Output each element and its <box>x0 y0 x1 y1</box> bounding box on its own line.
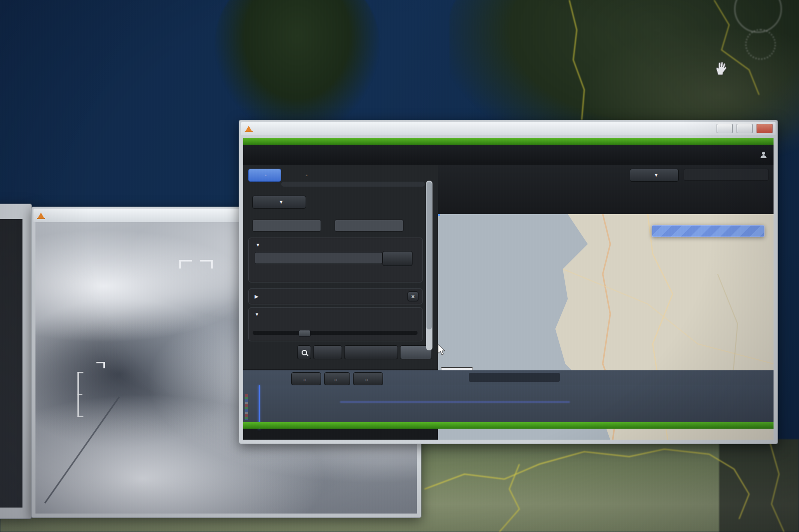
data-types-header[interactable]: ▼ <box>256 241 260 248</box>
minimize-button[interactable] <box>717 124 733 133</box>
hud-scale-tick <box>77 372 83 373</box>
panel-scrollbar-thumb[interactable] <box>426 182 432 329</box>
timeline-chart[interactable] <box>243 385 774 423</box>
contrail-line <box>44 396 120 504</box>
close-button[interactable] <box>757 124 773 133</box>
panel-scroll-top-decor <box>281 182 425 187</box>
search-panel: ▫ ▫ ▼ ▼ <box>243 165 438 369</box>
arrows-icon: ↔ <box>334 376 339 382</box>
reset-button[interactable] <box>313 345 342 359</box>
sliver-content <box>0 219 22 508</box>
plugfest-window[interactable]: ▫ ▫ ▼ ▼ <box>239 120 778 444</box>
classification-banner-bottom <box>243 422 774 429</box>
activity-baseline <box>340 401 570 403</box>
hud-scale-tick <box>77 416 83 417</box>
panel-tab-search[interactable]: ▫ <box>248 169 281 182</box>
vlc-icon <box>37 213 44 219</box>
background-window-sliver[interactable] <box>0 204 32 519</box>
plugfest-titlebar[interactable] <box>241 122 776 135</box>
popout-icon: ▫ <box>306 173 308 178</box>
date-range-dropdown[interactable]: ▼ <box>252 196 306 209</box>
es-reports-close-button[interactable]: × <box>407 291 418 301</box>
timeline-toi-button[interactable]: ↔ <box>324 372 350 385</box>
clear-and-search-button[interactable] <box>344 345 398 359</box>
panel-scrollbar[interactable] <box>426 181 432 350</box>
es-reports-section[interactable]: ▶ × <box>248 288 423 304</box>
maximize-button[interactable] <box>737 124 753 133</box>
search-options-section: ▼ <box>248 307 423 341</box>
earth-zoom-ring[interactable] <box>745 29 776 60</box>
popout-icon: ▫ <box>265 173 267 178</box>
mouse-cursor <box>437 344 447 356</box>
app-tabbar <box>243 145 774 165</box>
units-dropdown[interactable]: ▼ <box>630 169 679 182</box>
max-results-slider-track[interactable] <box>253 331 417 335</box>
user-icon[interactable] <box>761 152 767 158</box>
vlc-icon <box>245 126 252 132</box>
hand-cursor-icon <box>714 61 727 76</box>
start-date-input[interactable] <box>252 220 321 232</box>
arrows-icon: ↔ <box>365 376 370 382</box>
panel-tab-metadata[interactable]: ▫ <box>285 169 326 181</box>
search-options-header[interactable]: ▼ <box>255 310 259 317</box>
panel-search-icon-button[interactable] <box>297 345 311 359</box>
app-content: ▫ ▫ ▼ ▼ <box>243 138 774 440</box>
chevron-down-icon: ▼ <box>654 173 659 178</box>
map-toolbar: ▼ <box>438 165 774 214</box>
hud-crosshair-corner <box>200 260 213 268</box>
chevron-down-icon: ▼ <box>279 200 284 205</box>
scale-mi <box>441 367 472 368</box>
list-button[interactable] <box>383 251 412 266</box>
max-results-slider-handle[interactable] <box>299 330 311 337</box>
timeline-zoom-button[interactable]: ↔ <box>291 372 321 385</box>
hud-bracket <box>96 362 105 368</box>
es-reports-header: ▶ <box>255 292 258 299</box>
magnifier-icon <box>302 350 307 355</box>
classification-banner-top <box>243 138 774 145</box>
coordinates-readout <box>684 169 769 181</box>
data-types-section: ▼ <box>248 238 423 282</box>
timeline-panel: ↔ ↔ ↔ <box>243 370 774 429</box>
timeline-watermark <box>245 394 248 420</box>
arrows-icon: ↔ <box>303 376 308 382</box>
hud-scale-tick <box>77 394 82 395</box>
add-data-type-input[interactable] <box>255 252 383 264</box>
screen: ▫ ▫ ▼ ▼ <box>0 0 799 532</box>
hud-crosshair-corner <box>179 260 192 268</box>
timeline-filter-button[interactable]: ↔ <box>353 372 383 385</box>
end-date-input[interactable] <box>335 220 403 232</box>
search-complete-toast[interactable] <box>652 225 765 237</box>
timeline-cursor-date <box>469 373 560 382</box>
